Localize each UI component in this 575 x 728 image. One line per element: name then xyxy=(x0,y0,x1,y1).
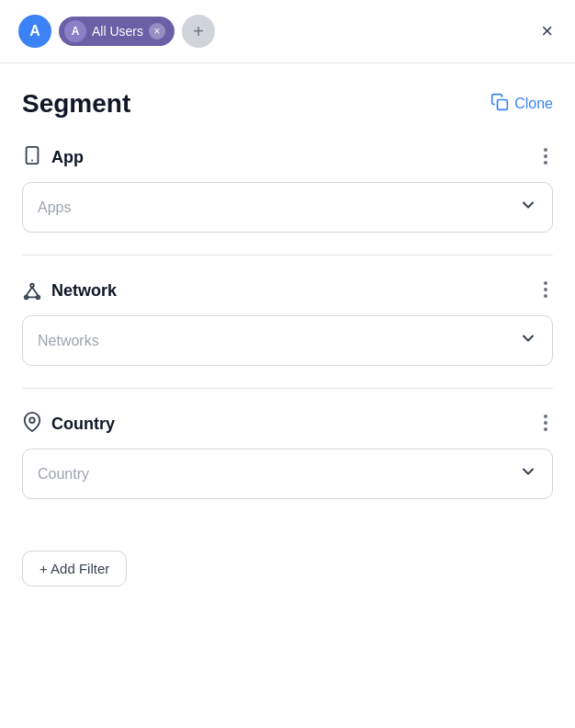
country-dropdown-arrow-icon xyxy=(519,462,537,485)
app-section: App Apps xyxy=(22,144,553,256)
apps-dropdown-arrow-icon xyxy=(519,196,537,219)
svg-point-18 xyxy=(544,427,547,431)
network-icon xyxy=(22,281,42,301)
svg-point-13 xyxy=(544,288,547,291)
add-tag-button[interactable]: + xyxy=(182,15,215,48)
app-section-header: App xyxy=(22,144,553,171)
networks-dropdown[interactable]: Networks xyxy=(22,315,553,366)
svg-point-12 xyxy=(544,281,547,285)
tag-close-button[interactable]: × xyxy=(149,23,165,40)
country-dropdown[interactable]: Country xyxy=(22,449,553,499)
all-users-tag[interactable]: A All Users × xyxy=(59,17,175,46)
country-dropdown-label: Country xyxy=(38,466,89,483)
main-content: Segment Clone xyxy=(0,63,575,609)
svg-point-3 xyxy=(544,148,547,152)
networks-dropdown-arrow-icon xyxy=(519,329,537,352)
add-filter-label: + Add Filter xyxy=(39,561,109,576)
add-filter-button[interactable]: + Add Filter xyxy=(22,551,127,586)
panel: A A All Users × + × Segment xyxy=(0,0,575,728)
tag-avatar: A xyxy=(64,20,86,42)
apps-dropdown-label: Apps xyxy=(38,199,71,216)
country-section-header: Country xyxy=(22,411,553,438)
page-title: Segment xyxy=(22,89,130,119)
svg-rect-1 xyxy=(27,147,39,164)
network-section-title: Network xyxy=(51,281,117,301)
avatar: A xyxy=(18,15,51,48)
svg-point-14 xyxy=(544,294,547,298)
network-section: Network Networks xyxy=(22,278,553,389)
network-section-header: Network xyxy=(22,278,553,304)
svg-line-9 xyxy=(27,287,32,295)
tag-label: All Users xyxy=(92,24,143,39)
country-title-group: Country xyxy=(22,412,115,437)
clone-label: Clone xyxy=(514,96,553,112)
svg-point-4 xyxy=(544,154,547,158)
apps-dropdown[interactable]: Apps xyxy=(22,182,553,233)
svg-rect-0 xyxy=(498,99,508,109)
clone-button[interactable]: Clone xyxy=(490,93,553,116)
phone-icon xyxy=(22,145,42,170)
svg-point-17 xyxy=(544,421,547,425)
networks-dropdown-label: Networks xyxy=(38,333,99,349)
country-section-title: Country xyxy=(51,415,115,434)
app-title-group: App xyxy=(22,145,84,170)
app-more-button[interactable] xyxy=(538,144,553,171)
country-section: Country Country xyxy=(22,411,553,521)
network-title-group: Network xyxy=(22,281,117,301)
location-pin-icon xyxy=(22,412,42,437)
svg-point-16 xyxy=(544,415,547,418)
app-section-title: App xyxy=(51,148,84,167)
clone-icon xyxy=(490,93,509,116)
page-title-row: Segment Clone xyxy=(22,89,553,119)
svg-point-15 xyxy=(29,417,35,423)
network-more-button[interactable] xyxy=(538,278,553,304)
svg-point-5 xyxy=(544,161,547,165)
header: A A All Users × + × xyxy=(0,0,575,63)
svg-line-10 xyxy=(32,287,38,295)
close-button[interactable]: × xyxy=(537,17,557,45)
country-more-button[interactable] xyxy=(538,411,553,438)
